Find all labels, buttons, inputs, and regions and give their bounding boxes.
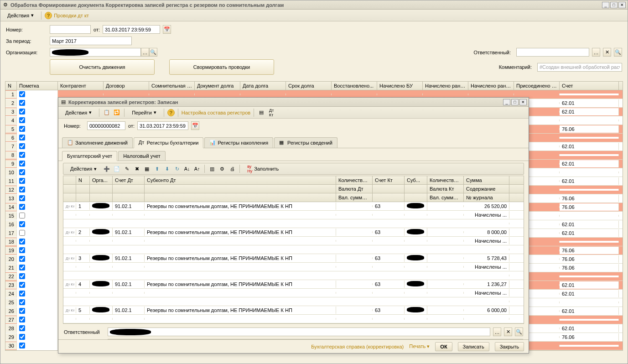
close-button[interactable]: ✕ xyxy=(618,2,626,8)
responsible-input[interactable] xyxy=(516,48,589,57)
settings-icon[interactable]: ⚙ xyxy=(218,165,226,173)
entry-row[interactable]: Начислены ... xyxy=(63,211,524,219)
modal-col-header[interactable]: Вал. сумма ... xyxy=(336,193,373,202)
entry-row[interactable]: Начислены ... xyxy=(63,289,524,297)
modal-col-header[interactable]: Счет Кт xyxy=(373,176,405,184)
ok-button[interactable]: ОК xyxy=(435,342,452,351)
main-col-header[interactable]: Начислено ране... xyxy=(468,82,514,90)
form-postings-button[interactable]: Свормировать проводки xyxy=(169,59,274,75)
main-col-header[interactable]: Дата долга xyxy=(240,82,286,90)
modal-number-input[interactable] xyxy=(87,121,125,130)
main-col-header[interactable]: Договор xyxy=(104,82,149,90)
modal-col-header[interactable]: Субконто Дт xyxy=(145,176,336,184)
row-checkbox[interactable] xyxy=(19,161,25,166)
clear-movements-button[interactable]: Очистить движения xyxy=(50,59,155,75)
help-link[interactable]: Бухгалтерская справка (корректировка) xyxy=(311,344,404,349)
entry-row[interactable]: Начислены ... xyxy=(63,263,524,271)
modal-col-header[interactable]: Валюта Кт xyxy=(427,185,464,193)
main-col-header[interactable]: Сомнительная з... xyxy=(149,82,195,90)
comment-input[interactable] xyxy=(537,63,622,72)
tab-3[interactable]: ▦Регистры сведений xyxy=(274,137,337,148)
modal-resp-search-icon[interactable]: 🔍 xyxy=(515,328,523,336)
entry-row[interactable]: Начислены ... xyxy=(63,237,524,245)
modal-col-header[interactable] xyxy=(113,193,145,202)
up-icon[interactable]: ⬆ xyxy=(153,165,161,173)
tab-1[interactable]: ДтРегистры бухгалтерии xyxy=(134,137,204,148)
main-col-header[interactable]: Счет xyxy=(560,82,619,90)
row-checkbox[interactable] xyxy=(19,169,25,175)
row-checkbox[interactable] xyxy=(19,152,25,158)
modal-col-header[interactable] xyxy=(145,185,336,193)
modal-col-header[interactable]: Счет Дт xyxy=(113,176,145,184)
row-checkbox[interactable] xyxy=(19,143,25,149)
modal-resp-clear[interactable]: ✕ xyxy=(504,328,512,336)
row-checkbox[interactable] xyxy=(19,135,25,140)
row-checkbox[interactable] xyxy=(19,299,25,305)
modal-col-header[interactable]: Валюта Дт xyxy=(336,185,373,193)
modal-close-button[interactable]: ✕ xyxy=(519,99,527,105)
row-checkbox[interactable] xyxy=(19,247,25,253)
tab-0[interactable]: 📋Заполнение движений xyxy=(62,137,133,148)
modal-col-header[interactable] xyxy=(113,185,145,193)
resp-clear-button[interactable]: ✕ xyxy=(603,48,611,57)
modal-actions-menu[interactable]: Действия ▾ xyxy=(61,108,96,117)
print-icon[interactable]: 🖨 xyxy=(228,165,236,173)
filter-icon[interactable]: ▥ xyxy=(208,165,216,173)
sort-za-icon[interactable]: A↑ xyxy=(193,165,201,173)
entry-row[interactable]: Дт Кт591.02.1Резервы по сомнительным дол… xyxy=(63,306,524,315)
sort-asc-icon[interactable]: ↻ xyxy=(173,165,181,173)
modal-calendar-icon[interactable]: 📅 xyxy=(191,121,199,130)
modal-col-header[interactable]: Количество ... xyxy=(427,176,464,184)
row-checkbox[interactable] xyxy=(19,230,25,236)
org-select-button[interactable]: … xyxy=(141,48,149,57)
grid-icon[interactable]: ▦ xyxy=(143,165,151,173)
entry-row[interactable]: Дт Кт491.02.1Резервы по сомнительным дол… xyxy=(63,280,524,289)
modal-minimize-button[interactable]: _ xyxy=(503,99,510,105)
modal-col-header[interactable] xyxy=(405,185,427,193)
goto-menu[interactable]: Перейти ▾ xyxy=(128,108,161,117)
row-checkbox[interactable] xyxy=(19,256,25,262)
calendar-icon[interactable]: 📅 xyxy=(163,25,171,34)
entry-row[interactable]: Дт Кт291.02.1Резервы по сомнительным дол… xyxy=(63,228,524,237)
modal-col-header[interactable] xyxy=(373,193,405,202)
row-checkbox[interactable] xyxy=(19,187,25,192)
sort-az-icon[interactable]: A↓ xyxy=(183,165,191,173)
setup-link[interactable]: Настройка состава регистров xyxy=(182,110,250,115)
main-col-header[interactable]: Пометка xyxy=(17,82,58,90)
row-checkbox[interactable] xyxy=(19,317,25,322)
row-checkbox[interactable] xyxy=(19,325,25,331)
close-modal-button[interactable]: Закрыть xyxy=(495,342,524,351)
edit-icon[interactable]: ✎ xyxy=(123,165,131,173)
entry-row[interactable]: Дт Кт191.02.1Резервы по сомнительным дол… xyxy=(63,202,524,211)
minimize-button[interactable]: _ xyxy=(602,2,609,8)
row-checkbox[interactable] xyxy=(19,221,25,227)
period-input[interactable] xyxy=(50,36,132,45)
row-checkbox[interactable] xyxy=(19,239,25,244)
postings-link[interactable]: Проводки дт кт xyxy=(54,13,89,18)
entry-row[interactable] xyxy=(63,315,524,323)
modal-col-header[interactable] xyxy=(76,185,90,193)
row-checkbox[interactable] xyxy=(19,213,25,218)
modal-col-header[interactable]: N xyxy=(76,176,90,184)
dtKt-icon[interactable]: ДтКт xyxy=(267,109,275,117)
row-checkbox[interactable] xyxy=(19,100,25,106)
modal-col-header[interactable] xyxy=(63,185,76,193)
main-col-header[interactable]: Срок долга xyxy=(286,82,332,90)
modal-col-header[interactable]: Сумма xyxy=(464,176,509,184)
subtab-1[interactable]: Налоговый учет xyxy=(118,151,166,161)
main-col-header[interactable]: Начислено ране... xyxy=(423,82,468,90)
row-checkbox[interactable] xyxy=(19,178,25,184)
save-icon[interactable]: 📋 xyxy=(103,109,111,117)
actions-menu[interactable]: Действия ▾ xyxy=(3,11,38,20)
modal-col-header[interactable]: Суб... xyxy=(405,176,427,184)
modal-col-header[interactable] xyxy=(405,193,427,202)
modal-col-header[interactable]: № журнала xyxy=(464,193,509,202)
row-checkbox[interactable] xyxy=(19,308,25,314)
inner-actions-menu[interactable]: Действия ▾ xyxy=(66,165,101,173)
row-checkbox[interactable] xyxy=(19,126,25,132)
refresh-icon[interactable]: 🔁 xyxy=(113,109,121,117)
row-checkbox[interactable] xyxy=(19,282,25,288)
modal-col-header[interactable]: Орга... xyxy=(90,176,113,184)
main-col-header[interactable]: Восстановлено... xyxy=(332,82,377,90)
modal-from-date[interactable] xyxy=(137,121,188,130)
